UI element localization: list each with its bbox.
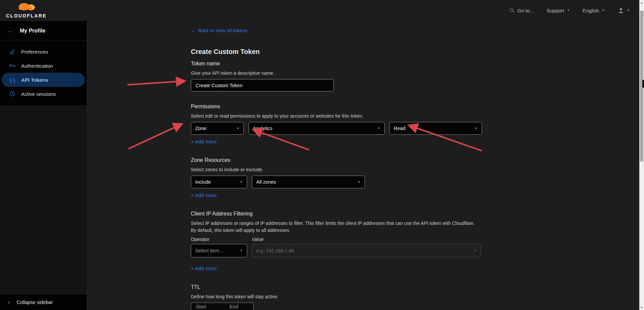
- page-title: Create Custom Token: [191, 48, 639, 56]
- ip-filtering-description: Select IP addresses or ranges of IP addr…: [191, 220, 479, 234]
- operator-label: Operator: [191, 236, 252, 242]
- chevron-down-icon: ▼: [567, 9, 570, 12]
- permissions-heading: Permissions: [191, 103, 639, 110]
- clock-icon: [9, 91, 16, 97]
- ip-value-combobox[interactable]: e.g. 192.168.1.88 ▼: [252, 244, 481, 257]
- token-name-input[interactable]: [191, 79, 334, 91]
- sidebar: ← My Profile Preferences Authentication …: [0, 21, 87, 310]
- sidebar-item-label: Authentication: [21, 63, 53, 69]
- support-label: Support: [546, 8, 564, 13]
- chevron-down-icon: ▼: [358, 180, 361, 184]
- permission-group-select[interactable]: Analytics ▼: [249, 122, 385, 135]
- back-arrow-icon: ←: [191, 27, 196, 34]
- sidebar-item-authentication[interactable]: Authentication: [2, 59, 85, 73]
- chevron-down-icon: ▼: [240, 180, 243, 184]
- permission-scope-value: Zone: [195, 126, 206, 131]
- chevron-down-icon: ▼: [240, 249, 243, 252]
- chevron-down-icon: ▼: [474, 249, 477, 252]
- mouse-cursor: [642, 80, 644, 88]
- goto-search[interactable]: Go to...: [509, 8, 534, 13]
- permissions-description: Select edit or read permissions to apply…: [191, 113, 479, 120]
- language-label: English: [583, 8, 599, 13]
- pencil-icon: [9, 49, 16, 54]
- chevron-down-icon: ▼: [236, 127, 239, 130]
- back-to-tokens-link[interactable]: ← Back to view all tokens: [191, 27, 247, 34]
- ttl-end-date: End Date: [229, 304, 249, 310]
- collapse-chevrons-icon: «: [7, 299, 10, 306]
- top-bar: CLOUDFLARE Go to... Support ▼ English ▼: [0, 0, 639, 21]
- date-range-arrow-icon: →: [221, 307, 226, 310]
- key-icon: [9, 64, 16, 68]
- back-arrow-icon[interactable]: ←: [7, 27, 14, 35]
- permission-scope-select[interactable]: Zone ▼: [191, 122, 244, 135]
- ttl-start-date: Start Date: [196, 304, 217, 310]
- sidebar-item-label: Preferences: [21, 49, 48, 55]
- braces-icon: { }: [9, 77, 16, 83]
- sidebar-header: ← My Profile: [0, 21, 87, 41]
- language-menu[interactable]: English ▼: [583, 8, 605, 13]
- zone-selection-select[interactable]: All zones ▼: [252, 176, 365, 188]
- zone-selection-value: All zones: [256, 179, 276, 185]
- cloudflare-logo[interactable]: CLOUDFLARE: [6, 3, 47, 18]
- zone-resources-add-more-link[interactable]: + Add more: [191, 192, 217, 198]
- chevron-down-icon: ▼: [627, 9, 630, 12]
- ip-filtering-add-more-link[interactable]: + Add more: [191, 265, 217, 271]
- sidebar-item-label: Active sessions: [21, 91, 56, 97]
- zone-resources-heading: Zone Resources: [191, 157, 639, 164]
- sidebar-title: My Profile: [20, 28, 45, 34]
- ip-filtering-heading: Client IP Address Filtering: [191, 210, 639, 217]
- sidebar-item-label: API Tokens: [21, 77, 48, 83]
- token-name-description: Give your API token a descriptive name.: [191, 70, 479, 77]
- permission-group-value: Analytics: [253, 126, 272, 131]
- scrollbar-down-icon[interactable]: ▼: [639, 305, 644, 310]
- token-name-heading: Token name: [191, 60, 639, 67]
- main-content: ← Back to view all tokens Create Custom …: [87, 21, 639, 310]
- brand-text: CLOUDFLARE: [6, 13, 47, 18]
- ttl-date-range-picker[interactable]: Start Date → End Date: [191, 303, 254, 310]
- collapse-sidebar-button[interactable]: « Collapse sidebar: [0, 294, 87, 310]
- sidebar-item-preferences[interactable]: Preferences: [2, 45, 85, 59]
- search-icon: [509, 8, 515, 13]
- account-menu[interactable]: ▼: [618, 7, 630, 13]
- ip-value-placeholder: e.g. 192.168.1.88: [256, 248, 294, 253]
- permission-access-select[interactable]: Read ▼: [389, 122, 482, 135]
- page-scrollbar[interactable]: ▲ ▼: [639, 0, 644, 310]
- sidebar-item-active-sessions[interactable]: Active sessions: [2, 87, 85, 101]
- scrollbar-up-icon[interactable]: ▲: [639, 0, 644, 5]
- ttl-heading: TTL: [191, 284, 639, 291]
- chevron-down-icon: ▼: [377, 127, 380, 130]
- sidebar-item-api-tokens[interactable]: { } API Tokens: [2, 73, 85, 87]
- collapse-label: Collapse sidebar: [16, 300, 53, 305]
- permission-access-value: Read: [394, 126, 406, 131]
- support-menu[interactable]: Support ▼: [546, 8, 570, 13]
- chevron-down-icon: ▼: [475, 127, 478, 130]
- value-label: Value: [252, 236, 264, 242]
- zone-mode-value: Include: [195, 179, 211, 185]
- zone-mode-select[interactable]: Include ▼: [191, 176, 247, 188]
- chevron-down-icon: ▼: [602, 9, 605, 12]
- permissions-add-more-link[interactable]: + Add more: [191, 139, 217, 145]
- ip-operator-placeholder: Select item...: [195, 248, 223, 253]
- zone-resources-description: Select zones to include or exclude.: [191, 166, 479, 173]
- goto-label: Go to...: [517, 8, 534, 13]
- back-link-label: Back to view all tokens: [198, 27, 248, 34]
- user-icon: [618, 7, 624, 13]
- ttl-description: Define how long this token will stay act…: [191, 293, 479, 300]
- cloudflare-cloud-icon: [16, 3, 37, 13]
- ip-operator-select[interactable]: Select item... ▼: [191, 244, 247, 257]
